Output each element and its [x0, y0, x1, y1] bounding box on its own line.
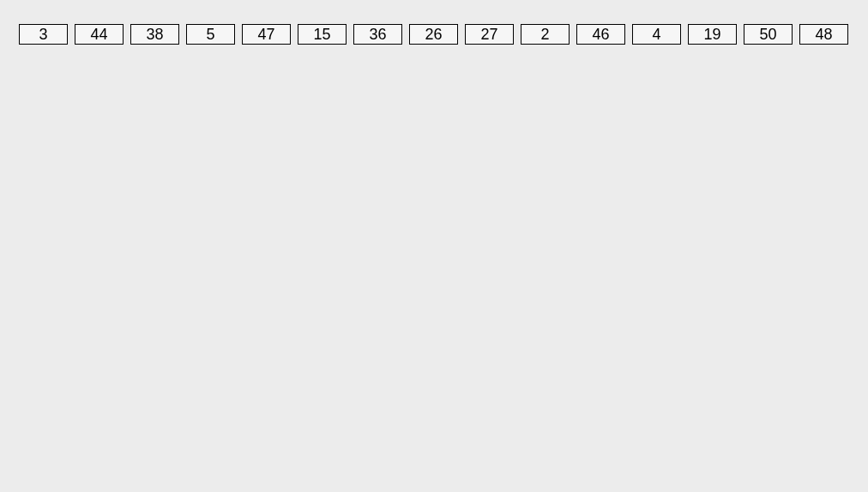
number-cell[interactable]: 15 — [298, 24, 347, 45]
number-cell[interactable]: 3 — [19, 24, 68, 45]
number-value: 15 — [313, 27, 330, 42]
number-value: 5 — [206, 27, 214, 42]
number-row: 3 44 38 5 47 15 36 26 27 2 46 4 19 50 48 — [0, 0, 868, 45]
number-value: 2 — [540, 27, 549, 42]
number-value: 3 — [39, 27, 47, 42]
number-value: 46 — [592, 27, 609, 42]
number-cell[interactable]: 27 — [465, 24, 514, 45]
number-cell[interactable]: 36 — [353, 24, 402, 45]
number-value: 4 — [652, 27, 660, 42]
number-cell[interactable]: 19 — [688, 24, 737, 45]
number-cell[interactable]: 26 — [409, 24, 458, 45]
number-value: 19 — [703, 27, 720, 42]
number-cell[interactable]: 2 — [521, 24, 570, 45]
number-value: 36 — [369, 27, 386, 42]
number-cell[interactable]: 38 — [130, 24, 179, 45]
number-value: 27 — [480, 27, 497, 42]
number-cell[interactable]: 47 — [242, 24, 291, 45]
number-value: 38 — [146, 27, 163, 42]
number-value: 48 — [815, 27, 832, 42]
number-value: 50 — [759, 27, 776, 42]
number-cell[interactable]: 5 — [186, 24, 235, 45]
number-cell[interactable]: 48 — [799, 24, 848, 45]
number-value: 26 — [425, 27, 442, 42]
number-cell[interactable]: 44 — [75, 24, 124, 45]
number-cell[interactable]: 4 — [632, 24, 681, 45]
number-value: 47 — [257, 27, 274, 42]
number-cell[interactable]: 50 — [744, 24, 793, 45]
number-value: 44 — [90, 27, 107, 42]
number-cell[interactable]: 46 — [576, 24, 625, 45]
